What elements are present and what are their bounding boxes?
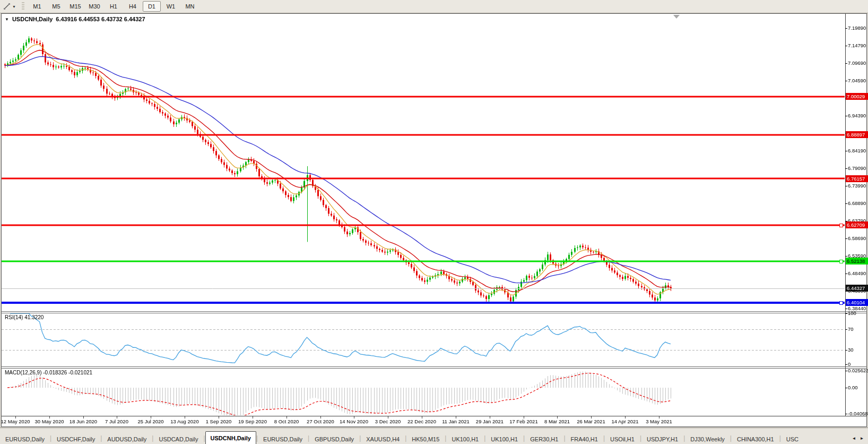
price-tick-mark — [845, 81, 847, 81]
chart-tab-dj30-weekly[interactable]: DJ30,Weekly — [685, 433, 730, 444]
price-tick-mark — [845, 63, 847, 64]
chart-tab-xauusd-h4[interactable]: XAUUSD,H4 — [361, 433, 405, 444]
price-tick-label: 6.84190 — [848, 148, 866, 154]
price-tick-label: 7.09690 — [848, 60, 866, 66]
chart-tab-gbpusd-daily[interactable]: GBPUSD,Daily — [309, 433, 359, 444]
date-label: 1 Sep 2020 — [206, 419, 232, 424]
price-tick-label: 6.58690 — [848, 235, 866, 242]
chart-tab-usdcad-daily[interactable]: USDCAD,Daily — [153, 433, 203, 444]
price-tick-label: 6.79090 — [848, 165, 866, 172]
date-label: 3 May 2021 — [646, 419, 672, 424]
timeframe-button-m1[interactable]: M1 — [28, 1, 46, 12]
chart-canvas[interactable] — [0, 0, 868, 444]
timeframe-button-m30[interactable]: M30 — [85, 1, 103, 12]
price-level-badge: 6.40104 — [846, 299, 868, 306]
chart-tab-usc[interactable]: USC — [781, 433, 804, 444]
chart-title-bar: ▼ USDCNH,Daily 6.43916 6.44553 6.43732 6… — [5, 16, 145, 22]
date-label: 8 Oct 2020 — [274, 419, 299, 424]
indicator-tick-label: 0 — [848, 361, 850, 368]
date-label: 18 Jun 2020 — [70, 419, 97, 424]
indicator-tick-label: 100 — [848, 310, 856, 317]
price-tick-mark — [845, 309, 847, 309]
timeframe-button-w1[interactable]: W1 — [162, 1, 180, 12]
price-tick-label: 6.68890 — [848, 200, 866, 207]
price-tick-mark — [845, 186, 847, 186]
chart-tabs: EURUSD,Daily|USDCHF,Daily|AUDUSD,Daily|U… — [0, 428, 849, 444]
chart-shift-marker[interactable] — [673, 15, 680, 19]
indicator-tick-mark — [845, 371, 847, 371]
indicator-tick-label: 30 — [848, 347, 854, 353]
tool-dropdown-caret[interactable]: ▼ — [12, 5, 16, 8]
timeframe-button-mn[interactable]: MN — [181, 1, 199, 12]
chart-symbol-label: USDCNH,Daily — [12, 16, 53, 22]
chart-tab-ger30-h1[interactable]: GER30,H1 — [525, 433, 563, 444]
chart-tab-eurusd-daily[interactable]: EURUSD,Daily — [0, 433, 50, 444]
price-tick-label: 6.48490 — [848, 270, 866, 277]
toolbar-grip[interactable] — [22, 2, 24, 11]
indicator-tick-mark — [845, 414, 847, 414]
price-tick-mark — [845, 203, 847, 204]
window-menu-icon[interactable]: ▼ — [5, 17, 9, 22]
date-label: 14 Nov 2020 — [340, 419, 368, 424]
chart-tab-usdcnh-daily[interactable]: USDCNH,Daily — [205, 431, 256, 444]
indicator-tick-label: -0.04068 — [848, 411, 868, 417]
chart-tab-uk100-h1[interactable]: UK100,H1 — [446, 433, 484, 444]
date-axis-border — [2, 416, 867, 416]
price-tick-mark — [845, 46, 847, 46]
date-label: 14 Apr 2021 — [611, 419, 638, 424]
price-level-badge: 6.88897 — [846, 131, 868, 138]
pane-splitter[interactable] — [2, 366, 867, 367]
price-tick-label: 7.04590 — [848, 78, 866, 84]
chart-tab-china300-h1[interactable]: CHINA300,H1 — [732, 433, 779, 444]
chart-tab-usoil-h1[interactable]: USOil,H1 — [605, 433, 640, 444]
price-axis-line — [845, 14, 846, 416]
date-label: 30 May 2020 — [35, 419, 64, 424]
rsi-indicator-label: RSI(14) 41.3220 — [5, 314, 44, 320]
chart-tab-hk50-m15[interactable]: HK50,M15 — [406, 433, 445, 444]
chart-tab-usdchf-daily[interactable]: USDCHF,Daily — [51, 433, 100, 444]
pane-splitter[interactable] — [2, 313, 867, 313]
date-label: 26 Mar 2021 — [577, 419, 605, 424]
date-label: 29 Jan 2021 — [476, 419, 504, 424]
indicator-tick-mark — [845, 329, 847, 330]
tab-scroll-right-icon[interactable]: ► — [858, 434, 865, 442]
indicator-tick-mark — [845, 350, 847, 351]
date-label: 7 Jul 2020 — [105, 419, 128, 424]
timeframe-button-h4[interactable]: H4 — [124, 1, 142, 12]
date-label: 19 Sep 2020 — [238, 419, 267, 424]
price-tick-label: 6.94390 — [848, 113, 866, 119]
date-label: 25 Jul 2020 — [137, 419, 163, 424]
price-level-badge: 7.00029 — [846, 93, 868, 100]
timeframe-button-d1[interactable]: D1 — [143, 1, 161, 12]
price-level-badge: 6.62709 — [846, 221, 868, 228]
chart-tab-uk100-h1[interactable]: UK100,H1 — [485, 433, 523, 444]
timeframe-group: M1M5M15M30H1H4D1W1MN — [28, 1, 199, 12]
price-tick-mark — [845, 116, 847, 116]
date-label: 11 Jan 2021 — [442, 419, 470, 424]
price-level-badge: 6.52138 — [846, 258, 868, 264]
price-level-badge: 6.44327 — [846, 285, 868, 292]
timeframe-button-m15[interactable]: M15 — [66, 1, 84, 12]
indicator-tick-label: 0.00 — [848, 385, 858, 391]
date-label: 17 Feb 2021 — [509, 419, 537, 424]
date-label: 8 Mar 2021 — [544, 419, 570, 424]
price-tick-label: 7.19890 — [848, 25, 866, 31]
price-tick-mark — [845, 28, 847, 29]
price-tick-mark — [845, 238, 847, 239]
timeframe-button-m5[interactable]: M5 — [47, 1, 65, 12]
pane-splitter[interactable] — [2, 368, 867, 369]
chart-tab-eurusd-daily[interactable]: EURUSD,Daily — [258, 433, 308, 444]
chart-tab-bar: EURUSD,Daily|USDCHF,Daily|AUDUSD,Daily|U… — [0, 428, 868, 444]
price-tick-label: 6.73990 — [848, 183, 866, 189]
date-label: 22 Dec 2020 — [407, 419, 436, 424]
chart-tab-audusd-daily[interactable]: AUDUSD,Daily — [102, 433, 152, 444]
tab-scroll-left-icon[interactable]: ◄ — [850, 434, 857, 442]
chart-tab-usdjpy-h1[interactable]: USDJPY,H1 — [641, 433, 683, 444]
price-tick-label: 7.14790 — [848, 42, 866, 49]
chart-tab-fra40-h1[interactable]: FRA40,H1 — [566, 433, 603, 444]
timeframe-button-h1[interactable]: H1 — [105, 1, 123, 12]
crosshair-tool-icon[interactable] — [2, 2, 12, 11]
price-tick-mark — [845, 151, 847, 151]
pane-splitter[interactable] — [2, 311, 867, 312]
date-label: 12 May 2020 — [1, 419, 30, 424]
